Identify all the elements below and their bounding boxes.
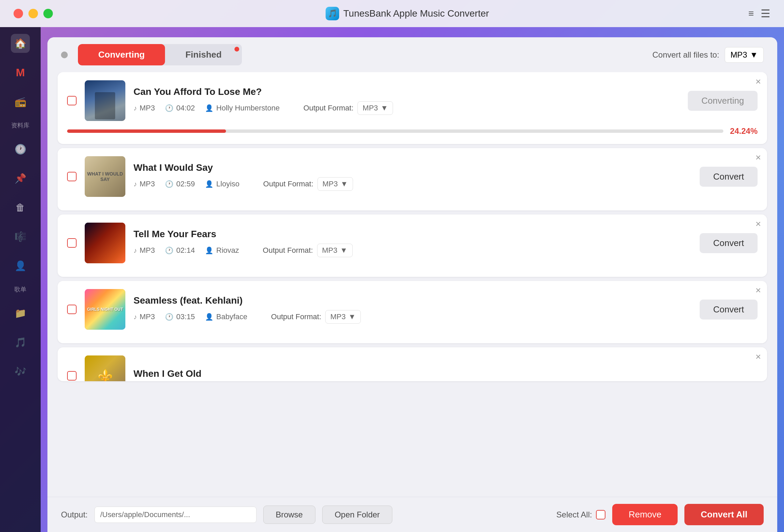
maximize-button[interactable] xyxy=(43,9,53,18)
song-meta-3: ♪ MP3 🕐 02:14 👤 Riovaz xyxy=(133,244,685,257)
format-dropdown-3[interactable]: MP3 ▼ xyxy=(317,244,353,257)
song-title-3: Tell Me Your Fears xyxy=(133,229,685,240)
duration-meta-1: 🕐 04:02 xyxy=(165,104,195,112)
music-icon-2: ♪ xyxy=(133,180,137,188)
format-dropdown-2[interactable]: MP3 ▼ xyxy=(317,177,353,191)
song-row-top-5: ⚜️ When I Get Old xyxy=(67,355,758,381)
artist-meta-1: 👤 Holly Humberstone xyxy=(205,104,280,112)
music-icon-3: ♪ xyxy=(133,247,137,254)
checkbox-4[interactable] xyxy=(67,305,77,314)
progress-row-1: 24.24% xyxy=(67,126,758,136)
format-meta-3: ♪ MP3 xyxy=(133,246,155,255)
song-meta-2: ♪ MP3 🕐 02:59 👤 Lloyiso xyxy=(133,177,685,191)
remove-button[interactable]: Remove xyxy=(612,504,678,525)
checkbox-1[interactable] xyxy=(67,96,77,105)
format-dropdown-1[interactable]: MP3 ▼ xyxy=(357,101,393,115)
traffic-lights xyxy=(14,9,53,18)
convert-button-3[interactable]: Convert xyxy=(700,233,758,253)
output-path: /Users/apple/Documents/... xyxy=(95,507,256,523)
close-song-4[interactable]: × xyxy=(756,286,761,295)
sort-icon[interactable]: ≡ xyxy=(748,8,754,19)
close-song-3[interactable]: × xyxy=(756,219,761,229)
tab-converting[interactable]: Converting xyxy=(78,44,165,65)
sidebar-item-person[interactable]: 👤 xyxy=(11,256,30,275)
close-song-1[interactable]: × xyxy=(756,77,761,86)
sidebar-item-radio[interactable]: 📻 xyxy=(11,92,30,111)
artist-meta-3: 👤 Riovaz xyxy=(205,246,239,255)
album-art-1 xyxy=(85,80,125,121)
song-list: × Can You Afford To Lose Me? ♪ MP3 xyxy=(47,72,777,497)
artist-meta-4: 👤 Babyface xyxy=(205,312,247,321)
progress-bar-fill-1 xyxy=(67,129,226,133)
person-icon-1: 👤 xyxy=(205,104,213,112)
chevron-down-icon: ▼ xyxy=(750,50,758,60)
sidebar-label-library: 资料库 xyxy=(8,121,33,129)
format-meta-2: ♪ MP3 xyxy=(133,180,155,188)
convert-button-4[interactable]: Convert xyxy=(700,300,758,320)
close-song-5[interactable]: × xyxy=(756,352,761,362)
song-card-3: × Tell Me Your Fears ♪ MP3 xyxy=(58,214,767,277)
format-meta-4: ♪ MP3 xyxy=(133,312,155,321)
music-icon-1: ♪ xyxy=(133,104,137,112)
song-card-2: × WHAT I WOULD SAY What I Would Say ♪ MP… xyxy=(58,148,767,210)
clock-icon-3: 🕐 xyxy=(165,246,173,254)
format-select[interactable]: MP3 ▼ xyxy=(725,47,764,63)
clock-icon-1: 🕐 xyxy=(165,104,173,112)
open-folder-button[interactable]: Open Folder xyxy=(322,506,392,524)
format-meta-1: ♪ MP3 xyxy=(133,104,155,112)
sidebar-item-note[interactable]: 🎼 xyxy=(11,227,30,246)
close-song-2[interactable]: × xyxy=(756,153,761,162)
checkbox-5[interactable] xyxy=(67,371,77,381)
clock-icon-2: 🕐 xyxy=(165,180,173,188)
song-info-5: When I Get Old xyxy=(133,368,758,381)
song-row-top-2: WHAT I WOULD SAY What I Would Say ♪ MP3 … xyxy=(67,156,758,197)
browse-button[interactable]: Browse xyxy=(263,506,315,524)
sidebar-item-folder[interactable]: 📁 xyxy=(11,304,30,323)
checkbox-3[interactable] xyxy=(67,238,77,248)
song-card-1: × Can You Afford To Lose Me? ♪ MP3 xyxy=(58,72,767,144)
duration-meta-3: 🕐 02:14 xyxy=(165,246,195,255)
person-icon-2: 👤 xyxy=(205,180,213,188)
sidebar: 🏠 M 📻 资料库 🕐 📌 🗑 🎼 👤 歌单 📁 🎵 🎶 xyxy=(0,27,41,532)
clock-icon-4: 🕐 xyxy=(165,313,173,321)
convert-all-files-label: Convert all files to: xyxy=(652,50,719,60)
artist-meta-2: 👤 Lloyiso xyxy=(205,180,239,188)
format-dropdown-4[interactable]: MP3 ▼ xyxy=(325,310,361,324)
tab-finished[interactable]: Finished xyxy=(165,44,242,65)
sidebar-item-music[interactable]: M xyxy=(11,63,30,82)
converting-button-1: Converting xyxy=(688,91,758,111)
sidebar-item-music2[interactable]: 🎵 xyxy=(11,333,30,352)
sidebar-item-home[interactable]: 🏠 xyxy=(11,34,30,53)
checkbox-2[interactable] xyxy=(67,172,77,181)
menu-icon[interactable]: ☰ xyxy=(761,7,770,20)
notification-dot xyxy=(234,47,239,52)
close-button[interactable] xyxy=(14,9,23,18)
duration-meta-4: 🕐 03:15 xyxy=(165,312,195,321)
song-title-1: Can You Afford To Lose Me? xyxy=(133,86,673,97)
person-icon-3: 👤 xyxy=(205,246,213,254)
sidebar-item-trash[interactable]: 🗑 xyxy=(11,198,30,217)
sidebar-label-playlists: 歌单 xyxy=(11,285,30,293)
sidebar-item-music3[interactable]: 🎶 xyxy=(11,362,30,381)
output-format-2: Output Format: MP3 ▼ xyxy=(263,177,353,191)
chevron-down-icon-4: ▼ xyxy=(348,312,356,321)
select-all-label: Select All: xyxy=(556,510,592,519)
progress-bar-bg-1 xyxy=(67,129,723,133)
music-icon-4: ♪ xyxy=(133,313,137,321)
progress-pct-1: 24.24% xyxy=(730,126,758,136)
album-art-3 xyxy=(85,223,125,263)
sidebar-item-history[interactable]: 🕐 xyxy=(11,140,30,159)
minimize-button[interactable] xyxy=(28,9,38,18)
output-format-3: Output Format: MP3 ▼ xyxy=(263,244,353,257)
gray-dot xyxy=(61,52,68,58)
convert-all-button[interactable]: Convert All xyxy=(684,504,764,525)
window-actions: ≡ ☰ xyxy=(748,7,770,20)
song-meta-1: ♪ MP3 🕐 04:02 👤 Holly Humberstone xyxy=(133,101,673,115)
song-info-2: What I Would Say ♪ MP3 🕐 02:59 xyxy=(133,162,685,191)
sidebar-item-pin[interactable]: 📌 xyxy=(11,169,30,188)
song-title-2: What I Would Say xyxy=(133,162,685,173)
album-art-4: GIRLS NIGHT OUT xyxy=(85,289,125,330)
select-all-area: Select All: xyxy=(556,510,605,519)
convert-button-2[interactable]: Convert xyxy=(700,167,758,187)
select-all-checkbox[interactable] xyxy=(596,510,605,519)
